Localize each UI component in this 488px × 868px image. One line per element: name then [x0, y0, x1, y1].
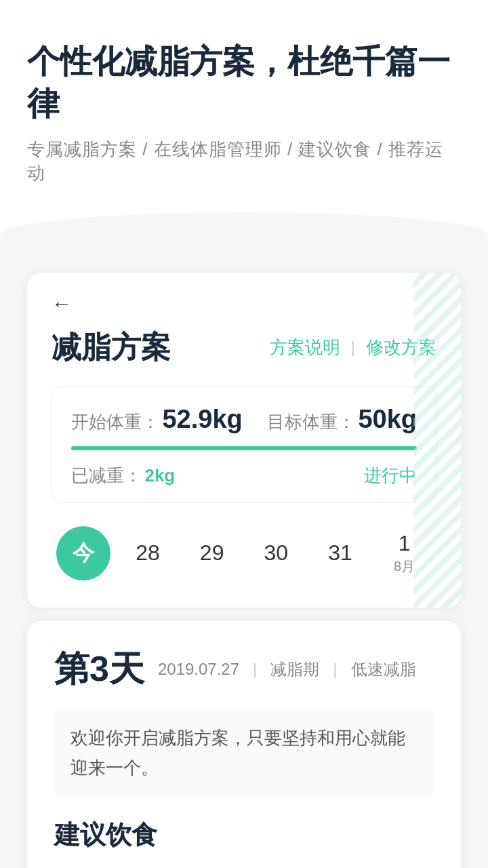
header-title: 个性化减脂方案，杜绝千篇一律	[27, 41, 461, 125]
start-weight-value: 52.9kg	[162, 405, 242, 433]
diet-section: 建议饮食 早餐 午餐 加餐 晚餐 加餐	[54, 818, 434, 868]
explain-link[interactable]: 方案说明	[270, 336, 340, 359]
target-weight-label: 目标体重：	[267, 412, 355, 432]
header-section: 个性化减脂方案，杜绝千篇一律 专属减脂方案 / 在线体脂管理师 / 建议饮食 /…	[0, 0, 488, 212]
weight-bottom-row: 已减重： 2kg 进行中	[71, 450, 417, 488]
day-meta: 2019.07.27 | 减脂期 | 低速减脂	[158, 658, 416, 680]
target-weight-value: 50kg	[358, 405, 417, 433]
day-number: 第3天	[54, 646, 144, 693]
card-header: 减脂方案 方案说明 | 修改方案	[52, 328, 436, 368]
day-section: 第3天 2019.07.27 | 减脂期 | 低速减脂 欢迎你开启减脂方案，只要…	[27, 621, 461, 868]
phase-label: 减脂期	[270, 658, 319, 680]
status-badge: 进行中	[364, 464, 417, 488]
sep2: |	[333, 660, 337, 679]
lost-value: 2kg	[144, 465, 175, 486]
speed-label: 低速减脂	[351, 658, 416, 680]
card-actions: 方案说明 | 修改方案	[270, 336, 436, 359]
calendar-day-29[interactable]: 29	[185, 540, 239, 566]
calendar-day-30[interactable]: 30	[249, 540, 303, 566]
sep1: |	[253, 660, 257, 679]
start-weight-label: 开始体重：	[71, 412, 159, 432]
calendar-day-28[interactable]: 28	[121, 540, 175, 566]
start-weight-group: 开始体重： 52.9kg	[71, 405, 243, 434]
diet-section-title: 建议饮食	[54, 818, 434, 852]
lost-label: 已减重：	[71, 465, 142, 486]
weight-row: 开始体重： 52.9kg 目标体重： 50kg	[71, 405, 417, 434]
day-header: 第3天 2019.07.27 | 减脂期 | 低速减脂	[54, 646, 434, 693]
action-divider: |	[351, 338, 355, 357]
welcome-text: 欢迎你开启减脂方案，只要坚持和用心就能迎来一个。	[54, 708, 434, 797]
calendar-row: 今 28 29 30 31 1 8月	[52, 510, 436, 587]
day-date: 2019.07.27	[158, 660, 239, 679]
calendar-day-31[interactable]: 31	[313, 540, 367, 566]
stripe-decoration	[413, 273, 461, 608]
target-weight-group: 目标体重： 50kg	[267, 405, 417, 434]
header-subtitle: 专属减脂方案 / 在线体脂管理师 / 建议饮食 / 推荐运动	[27, 138, 461, 212]
plan-card-title: 减脂方案	[52, 328, 171, 368]
plan-card: ← 减脂方案 方案说明 | 修改方案 开始体重： 52.9kg 目标体重： 50…	[27, 273, 461, 608]
weight-box: 开始体重： 52.9kg 目标体重： 50kg 已减重： 2kg 进行中	[52, 387, 436, 503]
wave-divider	[0, 212, 488, 253]
calendar-today[interactable]: 今	[56, 526, 110, 580]
content-area: ← 减脂方案 方案说明 | 修改方案 开始体重： 52.9kg 目标体重： 50…	[0, 253, 488, 868]
back-button[interactable]: ←	[52, 294, 72, 314]
lost-weight-group: 已减重： 2kg	[71, 464, 175, 488]
